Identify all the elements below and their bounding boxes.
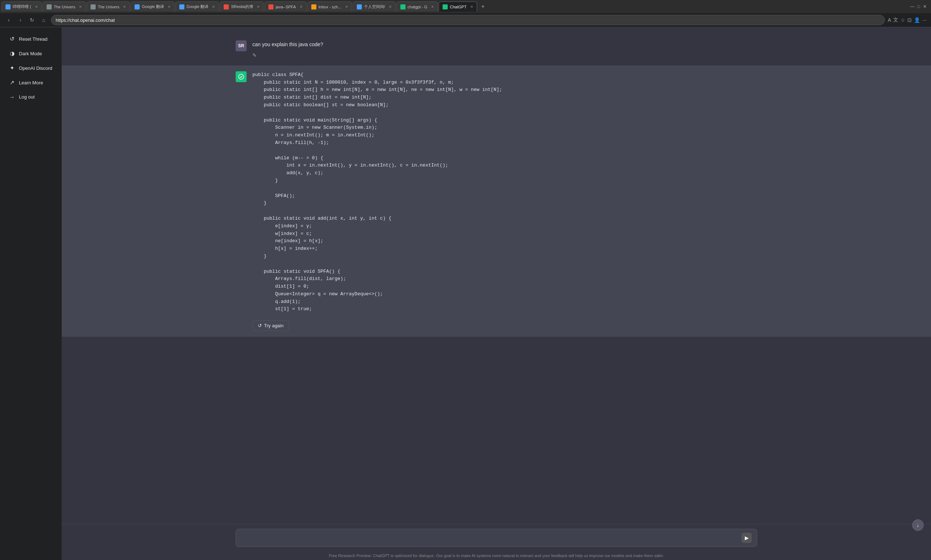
tab-title-bilibili: 哔哩哔哩 ( bbox=[13, 4, 31, 9]
try-again-icon: ↺ bbox=[258, 323, 262, 328]
logout-icon: → bbox=[9, 94, 15, 100]
main-layout: ↺ Reset Thread ◑ Dark Mode ✦ OpenAI Disc… bbox=[0, 27, 931, 560]
send-button[interactable]: ▶ bbox=[742, 533, 752, 543]
edit-message-icon[interactable]: ✎ bbox=[252, 51, 257, 59]
tab-close-inbox[interactable]: ✕ bbox=[345, 5, 348, 9]
learn-more-icon: ↗ bbox=[9, 79, 15, 86]
sidebar-item-reset[interactable]: ↺ Reset Thread bbox=[3, 32, 58, 46]
footer-notice: Free Research Preview: ChatGPT is optimi… bbox=[62, 551, 931, 560]
user-question-text: can you explain this java code? bbox=[252, 40, 757, 48]
sidebar-label-dark-mode: Dark Mode bbox=[19, 51, 42, 56]
user-message-actions: ✎ bbox=[252, 51, 757, 59]
tab-title-universe2: The Univers bbox=[98, 5, 119, 9]
tab-chatgpt-g[interactable]: chatgpt - G ✕ bbox=[396, 2, 438, 12]
tab-srestia[interactable]: SRestia的博 ✕ bbox=[220, 2, 264, 12]
discord-icon: ✦ bbox=[9, 65, 15, 71]
tab-title-inbox: Inbox - szh... bbox=[319, 5, 342, 9]
tab-chatgpt-active[interactable]: ChatGPT ✕ bbox=[439, 2, 477, 12]
tab-close-universe1[interactable]: ✕ bbox=[79, 5, 82, 9]
address-right-icons: A 文 ☆ ⊡ 👤 ··· bbox=[888, 17, 926, 23]
tab-favicon-universe2 bbox=[91, 5, 95, 9]
chevron-down-icon: ↓ bbox=[917, 522, 919, 528]
try-again-label: Try again bbox=[264, 323, 284, 328]
sidebar-item-logout[interactable]: → Log out bbox=[3, 90, 58, 104]
tab-title-srestia: SRestia的博 bbox=[231, 4, 253, 9]
tab-close-chatgpt-active[interactable]: ✕ bbox=[470, 5, 473, 9]
user-avatar: SR bbox=[235, 40, 246, 51]
favorites-icon[interactable]: ☆ bbox=[900, 17, 905, 23]
tab-google-translate2[interactable]: Google 翻译 ✕ bbox=[175, 2, 219, 12]
new-tab-button[interactable]: + bbox=[478, 2, 488, 12]
chat-input[interactable] bbox=[241, 534, 739, 542]
tab-favicon-universe1 bbox=[46, 5, 52, 9]
user-message-content: can you explain this java code? ✎ bbox=[252, 40, 757, 60]
svg-point-0 bbox=[239, 74, 244, 79]
tab-universe2[interactable]: The Univers ✕ bbox=[86, 2, 130, 12]
translate-icon[interactable]: A bbox=[888, 17, 891, 23]
address-input[interactable] bbox=[51, 15, 885, 25]
tab-close-personal[interactable]: ✕ bbox=[389, 5, 392, 9]
maximize-icon[interactable]: □ bbox=[917, 4, 920, 9]
sidebar-label-logout: Log out bbox=[19, 94, 35, 100]
forward-button[interactable]: › bbox=[16, 15, 25, 25]
assistant-avatar bbox=[235, 71, 246, 82]
try-again-area: ↺ Try again bbox=[252, 317, 757, 331]
scroll-to-bottom-button[interactable]: ↓ bbox=[912, 519, 924, 531]
chat-area: SR can you explain this java code? ✎ bbox=[62, 27, 931, 560]
minimize-icon[interactable]: — bbox=[910, 4, 915, 9]
sidebar-item-dark-mode[interactable]: ◑ Dark Mode bbox=[3, 46, 58, 60]
tab-title-chatgpt-g: chatgpt - G bbox=[408, 5, 427, 9]
reset-icon: ↺ bbox=[9, 35, 15, 42]
tab-close-spfa[interactable]: ✕ bbox=[300, 5, 303, 9]
tab-close-bilibili[interactable]: ✕ bbox=[35, 5, 38, 9]
tab-close-chatgpt-g[interactable]: ✕ bbox=[431, 5, 434, 9]
tab-bar: 哔哩哔哩 ( ✕ The Univers ✕ The Univers ✕ Goo… bbox=[0, 0, 931, 13]
tab-favicon-google2 bbox=[179, 5, 185, 9]
tab-favicon-google1 bbox=[135, 5, 140, 9]
menu-icon[interactable]: ··· bbox=[922, 17, 926, 23]
tab-java-spfa[interactable]: java--SPFA ✕ bbox=[265, 2, 306, 12]
assistant-message-row: public class SPFA{ public static int N =… bbox=[62, 65, 931, 337]
back-button[interactable]: ‹ bbox=[5, 15, 13, 25]
close-icon[interactable]: ✕ bbox=[923, 4, 926, 9]
tab-bilibili[interactable]: 哔哩哔哩 ( ✕ bbox=[2, 2, 42, 12]
home-button[interactable]: ⌂ bbox=[39, 15, 48, 25]
sidebar-label-learn-more: Learn More bbox=[19, 80, 43, 85]
tab-close-universe2[interactable]: ✕ bbox=[123, 5, 126, 9]
sidebar: ↺ Reset Thread ◑ Dark Mode ✦ OpenAI Disc… bbox=[0, 27, 62, 560]
profile-icon[interactable]: 👤 bbox=[914, 17, 920, 23]
tab-close-srestia[interactable]: ✕ bbox=[257, 5, 260, 9]
tab-universe1[interactable]: The Univers ✕ bbox=[43, 2, 86, 12]
send-icon: ▶ bbox=[745, 535, 749, 541]
tab-title-personal: 个人空间间/ bbox=[364, 4, 385, 9]
tab-title-chatgpt-active: ChatGPT bbox=[450, 5, 466, 9]
tab-favicon-bilibili bbox=[5, 5, 11, 9]
sidebar-label-discord: OpenAI Discord bbox=[19, 65, 52, 71]
tab-close-google1[interactable]: ✕ bbox=[168, 5, 171, 9]
try-again-button[interactable]: ↺ Try again bbox=[252, 320, 289, 331]
tab-title-google2: Google 翻译 bbox=[186, 4, 209, 9]
tab-favicon-personal bbox=[357, 5, 362, 9]
tab-favicon-srestia bbox=[224, 5, 229, 9]
tab-close-google2[interactable]: ✕ bbox=[212, 5, 215, 9]
tab-title-universe1: The Univers bbox=[54, 5, 75, 9]
sidebar-item-discord[interactable]: ✦ OpenAI Discord bbox=[3, 61, 58, 75]
translate-lang-icon[interactable]: 文 bbox=[893, 17, 898, 23]
sidebar-item-learn-more[interactable]: ↗ Learn More bbox=[3, 75, 58, 89]
collections-icon[interactable]: ⊡ bbox=[907, 17, 912, 23]
tab-favicon-chatgpt-g bbox=[400, 5, 405, 9]
code-block: public class SPFA{ public static int N =… bbox=[252, 71, 757, 314]
tab-title-spfa: java--SPFA bbox=[275, 5, 296, 9]
assistant-message-content: public class SPFA{ public static int N =… bbox=[252, 71, 757, 331]
tab-favicon-chatgpt-active bbox=[443, 5, 448, 9]
footer-text: Free Research Preview: ChatGPT is optimi… bbox=[329, 554, 664, 558]
tab-favicon-inbox bbox=[311, 5, 316, 9]
dark-mode-icon: ◑ bbox=[9, 50, 15, 57]
tab-inbox[interactable]: Inbox - szh... ✕ bbox=[307, 2, 352, 12]
input-area: ▶ bbox=[62, 524, 931, 551]
sidebar-label-reset: Reset Thread bbox=[19, 36, 48, 42]
tab-google-translate1[interactable]: Google 翻译 ✕ bbox=[131, 2, 175, 12]
refresh-button[interactable]: ↻ bbox=[28, 15, 36, 25]
chat-input-wrapper: ▶ bbox=[235, 529, 757, 547]
tab-personal-space[interactable]: 个人空间间/ ✕ bbox=[353, 2, 395, 12]
